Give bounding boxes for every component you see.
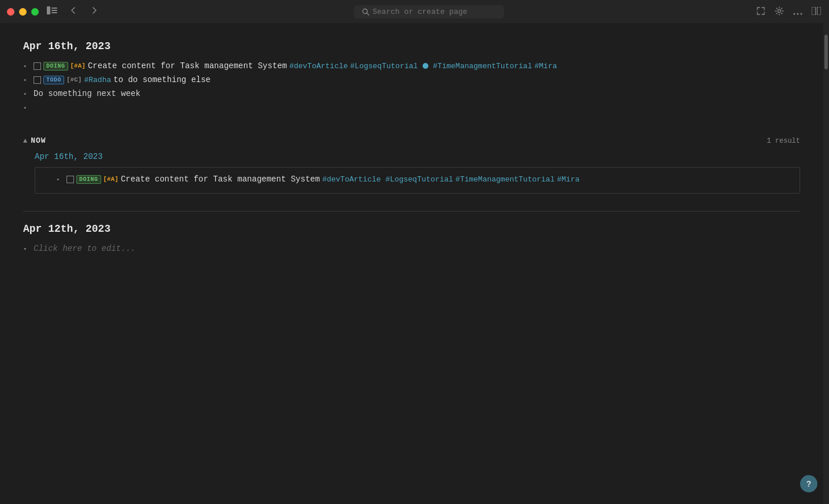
list-item: • Do something next week [23, 89, 800, 98]
main: Apr 16th, 2023 • DOING [#A] Create conte… [0, 23, 829, 504]
list-item: • TODO [#C] #Radha to do something else [23, 75, 800, 84]
svg-rect-0 [47, 6, 50, 14]
now-tag-logseq[interactable]: #LogseqTutorial [386, 175, 453, 184]
svg-rect-3 [51, 12, 57, 13]
bullet-icon: • [23, 77, 30, 84]
bullet-icon: • [23, 91, 30, 98]
click-to-edit[interactable]: Click here to edit... [34, 244, 135, 253]
plain-text-3: Do something next week [34, 89, 140, 98]
now-header: ▲ NOW 1 result [23, 136, 800, 145]
fullscreen-icon [756, 6, 765, 16]
back-button[interactable] [65, 3, 82, 20]
entry-content-3: Do something next week [34, 89, 800, 98]
tag-mira-1[interactable]: #Mira [534, 62, 557, 71]
now-entry-content: DOING [#A] Create content for Task manag… [66, 175, 580, 184]
entry-list-apr16: • DOING [#A] Create content for Task man… [23, 61, 800, 113]
svg-rect-1 [51, 8, 57, 9]
now-collapse-arrow[interactable]: ▲ [23, 137, 27, 145]
traffic-light-red[interactable] [7, 8, 14, 16]
now-border-box: • DOING [#A] Create content for Task man… [35, 167, 800, 194]
date-header-apr12: Apr 12th, 2023 [23, 223, 800, 235]
now-section: ▲ NOW 1 result Apr 16th, 2023 • DOING [#… [23, 136, 800, 194]
now-date-link[interactable]: Apr 16th, 2023 [35, 152, 800, 161]
doing-badge: DOING [43, 62, 68, 71]
task-text-2: to do something else [113, 75, 210, 84]
svg-rect-9 [812, 7, 816, 15]
split-icon [812, 7, 821, 15]
entry-list-apr12: • Click here to edit... [23, 244, 800, 253]
content-area: Apr 16th, 2023 • DOING [#A] Create conte… [0, 23, 823, 504]
journal-section-apr16: Apr 16th, 2023 • DOING [#A] Create conte… [23, 40, 800, 113]
priority-a: [#A] [71, 62, 86, 69]
task-text-1: Create content for Task management Syste… [88, 61, 287, 71]
now-tag-devToArticle[interactable]: #devToArticle [322, 175, 380, 184]
sidebar-icon [47, 6, 57, 14]
svg-rect-10 [817, 7, 821, 15]
svg-point-7 [797, 13, 799, 14]
list-item-empty: • [23, 103, 800, 113]
now-task-text: Create content for Task management Syste… [121, 175, 320, 184]
entry-content-2: TODO [#C] #Radha to do something else [34, 75, 800, 84]
now-entry: • DOING [#A] Create content for Task man… [56, 175, 790, 184]
more-icon [793, 13, 802, 15]
list-item: • Click here to edit... [23, 244, 800, 253]
tag-logseq[interactable]: #LogseqTutorial [350, 62, 418, 71]
priority-c: [#C] [66, 76, 82, 83]
now-label-wrapper: ▲ NOW [23, 136, 46, 145]
tag-timemanagment[interactable]: #TimeManagmentTutorial [433, 62, 532, 71]
checkbox-now[interactable] [66, 176, 74, 183]
tag-radha[interactable]: #Radha [84, 76, 111, 84]
bullet-icon: • [56, 176, 63, 183]
now-result-count: 1 result [767, 137, 800, 145]
split-view-button[interactable] [811, 6, 822, 18]
search-icon [362, 8, 369, 16]
search-input[interactable] [373, 8, 488, 16]
help-button[interactable]: ? [800, 475, 817, 492]
now-tag-mira[interactable]: #Mira [557, 175, 579, 184]
checkbox-1[interactable] [34, 62, 41, 70]
section-divider [23, 211, 800, 212]
bullet-icon: • [23, 105, 30, 112]
search-bar[interactable] [354, 5, 504, 18]
list-item: • DOING [#A] Create content for Task man… [23, 61, 800, 71]
bullet-icon: • [23, 63, 30, 70]
now-label: NOW [31, 136, 46, 145]
forward-button[interactable] [86, 3, 102, 20]
entry-content-1: DOING [#A] Create content for Task manag… [34, 61, 800, 71]
todo-badge: TODO [43, 76, 64, 84]
scrollbar-track[interactable] [823, 23, 829, 504]
fullscreen-button[interactable] [755, 5, 767, 18]
journal-section-apr12: Apr 12th, 2023 • Click here to edit... [23, 223, 800, 253]
traffic-light-yellow[interactable] [19, 8, 27, 16]
now-priority-a: [#A] [103, 176, 119, 183]
now-tag-timemanagment[interactable]: #TimeManagmentTutorial [456, 175, 555, 184]
entry-content-apr12[interactable]: Click here to edit... [34, 244, 800, 253]
svg-point-5 [778, 9, 781, 12]
checkbox-2[interactable] [34, 76, 41, 84]
traffic-light-green[interactable] [31, 8, 39, 16]
titlebar [0, 0, 829, 23]
forward-icon [90, 6, 99, 15]
titlebar-left [7, 3, 102, 20]
back-icon [69, 6, 78, 15]
svg-rect-2 [51, 10, 57, 11]
bullet-icon: • [23, 246, 30, 253]
sidebar-toggle-button[interactable] [43, 4, 61, 19]
now-doing-badge: DOING [76, 175, 101, 184]
settings-button[interactable] [774, 5, 785, 18]
now-sub-section: Apr 16th, 2023 • DOING [#A] Create conte… [35, 152, 800, 194]
date-header-apr16: Apr 16th, 2023 [23, 40, 800, 52]
cursor-dot [423, 63, 428, 69]
svg-point-8 [801, 13, 802, 14]
help-icon: ? [806, 479, 812, 488]
settings-icon [775, 6, 784, 16]
titlebar-right [755, 5, 822, 18]
scrollbar-thumb[interactable] [824, 35, 828, 69]
tag-devToArticle[interactable]: #devToArticle [289, 62, 347, 71]
svg-point-6 [794, 13, 795, 14]
more-button[interactable] [792, 6, 804, 18]
